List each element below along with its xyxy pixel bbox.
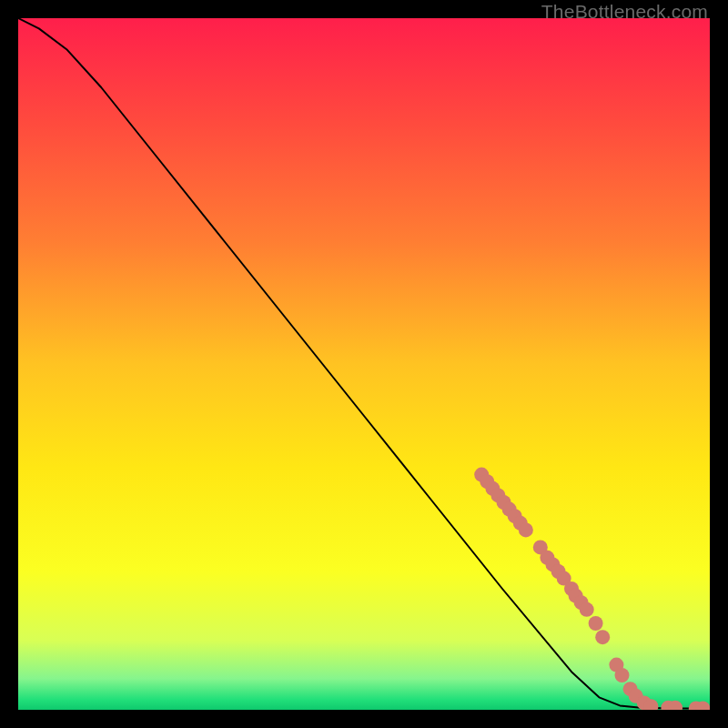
data-marker [614, 668, 629, 682]
data-markers [474, 468, 710, 710]
bottleneck-curve [18, 18, 710, 708]
plot-area [18, 18, 710, 710]
data-marker [580, 602, 594, 617]
data-marker [519, 522, 533, 537]
curve-layer [18, 18, 710, 710]
data-marker [589, 616, 603, 631]
chart-frame: TheBottleneck.com [0, 0, 728, 728]
data-marker [595, 630, 610, 644]
